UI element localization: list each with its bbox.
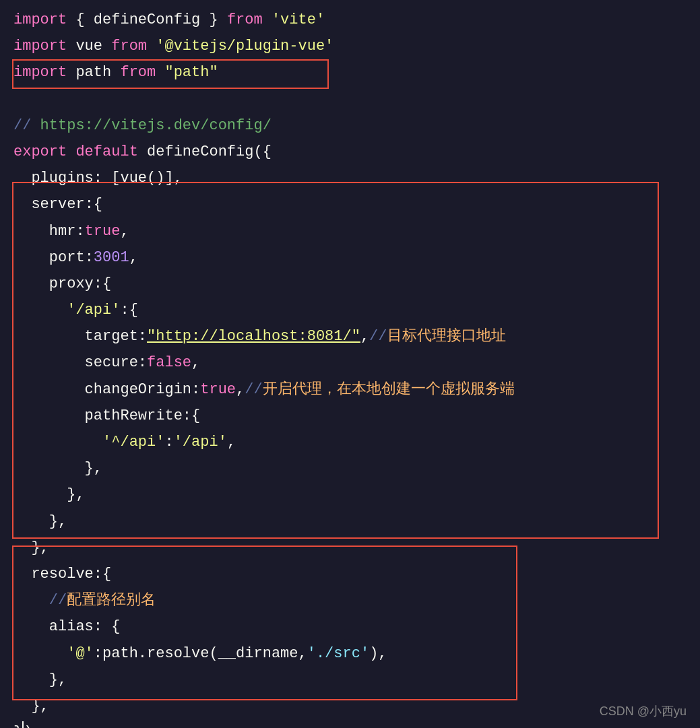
- code-line-11: proxy :{: [0, 271, 700, 297]
- code-line-23: // 配置路径别名: [0, 587, 700, 614]
- code-line-22: resolve :{: [0, 561, 700, 587]
- code-line-21: },: [0, 535, 700, 561]
- code-line-3: import path from "path": [0, 59, 700, 86]
- code-line-17: '^/api' : '/api' ,: [0, 429, 700, 455]
- code-line-2: import vue from '@vitejs/plugin-vue': [0, 33, 700, 59]
- code-line-8: server :{: [0, 191, 700, 218]
- code-line-20: },: [0, 508, 700, 535]
- keyword-import: import: [13, 8, 67, 32]
- code-line-18: },: [0, 455, 700, 482]
- code-line-25: '@' : path . resolve ( __dirname , './sr…: [0, 640, 700, 667]
- code-line-27: },: [0, 693, 700, 719]
- code-line-15: changeOrigin : true , // 开启代理，在本地创建一个虚拟服…: [0, 376, 700, 403]
- code-line-7: plugins : [ vue ()],: [0, 165, 700, 191]
- code-line-16: pathRewrite :{: [0, 403, 700, 429]
- code-line-13: target : "http://localhost:8081/" , // 目…: [0, 323, 700, 350]
- watermark: CSDN @小西yu: [600, 702, 687, 721]
- code-line-5: // https://vitejs.dev/config/: [0, 112, 700, 139]
- code-line-14: secure : false ,: [0, 350, 700, 376]
- code-line-1: import { defineConfig } from 'vite': [0, 7, 700, 33]
- code-line-6: export default defineConfig ({: [0, 139, 700, 165]
- code-line-4: [0, 86, 700, 112]
- code-editor: import { defineConfig } from 'vite' impo…: [0, 0, 700, 728]
- code-line-9: hmr : true ,: [0, 218, 700, 244]
- code-line-12: '/api' :{: [0, 297, 700, 323]
- code-line-19: },: [0, 482, 700, 508]
- code-line-26: },: [0, 667, 700, 693]
- code-line-10: port : 3001 ,: [0, 244, 700, 271]
- code-line-24: alias : {: [0, 614, 700, 640]
- code-line-28: } ): [0, 719, 700, 728]
